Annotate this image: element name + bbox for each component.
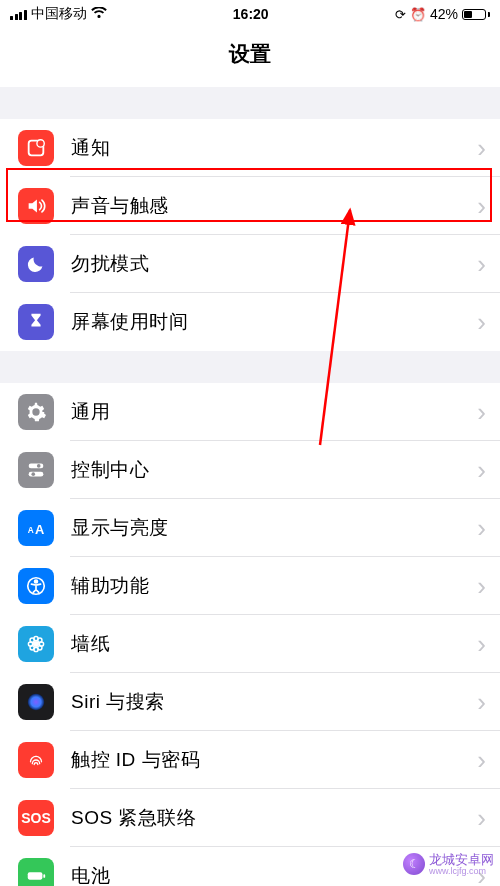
row-label: 墙纸 (71, 631, 471, 657)
battery-icon (18, 858, 54, 886)
svg-point-10 (34, 642, 39, 647)
row-label: Siri 与搜索 (71, 689, 471, 715)
svg-point-3 (37, 464, 41, 468)
sliders-icon (18, 452, 54, 488)
chevron-right-icon: › (477, 515, 486, 541)
row-label: 勿扰模式 (71, 251, 471, 277)
row-do-not-disturb[interactable]: 勿扰模式 › (0, 235, 500, 293)
row-label: 触控 ID 与密码 (71, 747, 471, 773)
svg-point-19 (28, 694, 45, 711)
chevron-right-icon: › (477, 689, 486, 715)
battery-pct: 42% (430, 6, 458, 22)
row-sos[interactable]: SOS SOS 紧急联络 › (0, 789, 500, 847)
row-touch-id-passcode[interactable]: 触控 ID 与密码 › (0, 731, 500, 789)
svg-rect-21 (43, 874, 45, 878)
battery-icon (462, 9, 490, 20)
chevron-right-icon: › (477, 251, 486, 277)
chevron-right-icon: › (477, 193, 486, 219)
row-siri-search[interactable]: Siri 与搜索 › (0, 673, 500, 731)
svg-point-1 (37, 140, 44, 147)
svg-point-16 (38, 638, 42, 642)
row-sounds-haptics[interactable]: 声音与触感 › (0, 177, 500, 235)
watermark-icon: ☾ (403, 853, 425, 875)
status-time: 16:20 (233, 6, 269, 22)
chevron-right-icon: › (477, 399, 486, 425)
text-size-icon: AA (18, 510, 54, 546)
accessibility-icon (18, 568, 54, 604)
row-screen-time[interactable]: 屏幕使用时间 › (0, 293, 500, 351)
svg-rect-4 (29, 472, 44, 477)
siri-icon (18, 684, 54, 720)
row-label: 控制中心 (71, 457, 471, 483)
watermark-name: 龙城安卓网 (429, 853, 494, 867)
row-label: 通用 (71, 399, 471, 425)
chevron-right-icon: › (477, 457, 486, 483)
settings-group-1: 通知 › 声音与触感 › 勿扰模式 › 屏幕使用时间 › (0, 119, 500, 351)
row-label: 屏幕使用时间 (71, 309, 471, 335)
status-bar: 中国移动 16:20 ⟳ ⏰ 42% (0, 0, 500, 28)
alarm-icon: ⏰ (410, 7, 426, 22)
chevron-right-icon: › (477, 631, 486, 657)
row-label: 声音与触感 (71, 193, 471, 219)
row-label: 通知 (71, 135, 471, 161)
gear-icon (18, 394, 54, 430)
flower-icon (18, 626, 54, 662)
chevron-right-icon: › (477, 135, 486, 161)
watermark-url: www.lcjfg.com (429, 867, 494, 876)
row-label: 辅助功能 (71, 573, 471, 599)
row-control-center[interactable]: 控制中心 › (0, 441, 500, 499)
row-general[interactable]: 通用 › (0, 383, 500, 441)
svg-rect-2 (29, 464, 44, 469)
svg-text:A: A (35, 522, 44, 537)
svg-point-18 (38, 646, 42, 650)
row-display-brightness[interactable]: AA 显示与亮度 › (0, 499, 500, 557)
row-wallpaper[interactable]: 墙纸 › (0, 615, 500, 673)
row-accessibility[interactable]: 辅助功能 › (0, 557, 500, 615)
sos-icon: SOS (18, 800, 54, 836)
rotation-lock-icon: ⟳ (395, 7, 406, 22)
fingerprint-icon (18, 742, 54, 778)
moon-icon (18, 246, 54, 282)
wifi-icon (91, 6, 107, 22)
signal-icon (10, 9, 27, 20)
chevron-right-icon: › (477, 573, 486, 599)
chevron-right-icon: › (477, 747, 486, 773)
svg-point-9 (35, 580, 38, 583)
sounds-icon (18, 188, 54, 224)
chevron-right-icon: › (477, 805, 486, 831)
svg-rect-20 (28, 872, 43, 879)
row-label: SOS 紧急联络 (71, 805, 471, 831)
settings-group-2: 通用 › 控制中心 › AA 显示与亮度 › 辅助功能 › 墙纸 › Siri … (0, 383, 500, 886)
svg-point-15 (30, 638, 34, 642)
svg-point-17 (30, 646, 34, 650)
svg-text:A: A (28, 526, 34, 535)
carrier-label: 中国移动 (31, 5, 87, 23)
hourglass-icon (18, 304, 54, 340)
row-notifications[interactable]: 通知 › (0, 119, 500, 177)
svg-point-5 (31, 472, 35, 476)
page-title: 设置 (0, 28, 500, 87)
row-label: 显示与亮度 (71, 515, 471, 541)
notifications-icon (18, 130, 54, 166)
chevron-right-icon: › (477, 309, 486, 335)
watermark: ☾ 龙城安卓网 www.lcjfg.com (403, 853, 494, 876)
